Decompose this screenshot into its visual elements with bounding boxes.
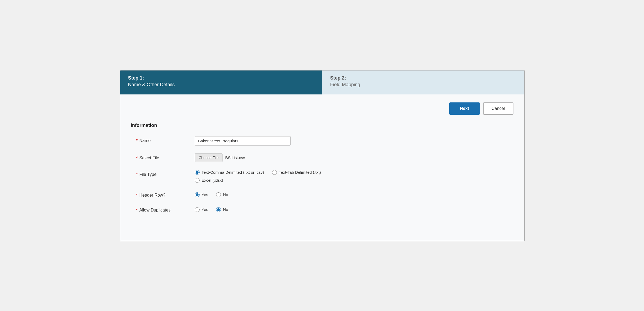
allow-duplicates-radio-yes[interactable] <box>195 207 200 212</box>
step-header: Step 1: Name & Other Details Step 2: Fie… <box>120 71 524 94</box>
name-required-star: * <box>136 138 138 143</box>
content-area: Next Cancel Information * Name * Select … <box>120 94 524 241</box>
step1-tab[interactable]: Step 1: Name & Other Details <box>120 71 322 94</box>
name-input[interactable] <box>195 136 291 146</box>
file-type-radio-tab[interactable] <box>272 170 277 175</box>
file-type-option-comma[interactable]: Text-Comma Delimited (.txt or .csv) <box>195 170 264 175</box>
header-row-radio-no[interactable] <box>216 192 221 197</box>
cancel-button[interactable]: Cancel <box>483 102 513 115</box>
allow-duplicates-radio-group: Yes No <box>195 206 228 212</box>
name-label: * Name <box>136 136 195 143</box>
allow-duplicates-control: Yes No <box>195 206 508 212</box>
file-type-row: * File Type Text-Comma Delimited (.txt o… <box>131 170 513 183</box>
select-file-control: Choose File BSIList.csv <box>195 154 508 162</box>
allow-duplicates-option-no[interactable]: No <box>216 207 228 212</box>
dialog-container: Step 1: Name & Other Details Step 2: Fie… <box>120 70 525 241</box>
name-control <box>195 136 508 146</box>
file-input-group: Choose File BSIList.csv <box>195 154 245 162</box>
header-row-row: * Header Row? Yes No <box>131 191 513 198</box>
allow-duplicates-required-star: * <box>136 208 138 213</box>
step2-number: Step 2: <box>330 75 516 81</box>
allow-duplicates-option-yes[interactable]: Yes <box>195 207 208 212</box>
step1-name: Name & Other Details <box>128 82 314 88</box>
select-file-label: * Select File <box>136 154 195 160</box>
select-file-required-star: * <box>136 156 138 160</box>
step2-name: Field Mapping <box>330 82 516 88</box>
select-file-row: * Select File Choose File BSIList.csv <box>131 154 513 162</box>
allow-duplicates-radio-no[interactable] <box>216 207 221 212</box>
choose-file-button[interactable]: Choose File <box>195 154 223 162</box>
file-type-option-tab[interactable]: Text-Tab Delimited (.txt) <box>272 170 321 175</box>
header-row-option-yes[interactable]: Yes <box>195 192 208 197</box>
file-type-required-star: * <box>136 172 138 177</box>
file-type-radio-group: Text-Comma Delimited (.txt or .csv) Text… <box>195 170 321 183</box>
file-name-display: BSIList.csv <box>225 155 245 160</box>
step1-number: Step 1: <box>128 75 314 81</box>
allow-duplicates-row: * Allow Duplicates Yes No <box>131 206 513 213</box>
toolbar: Next Cancel <box>131 102 513 115</box>
section-title: Information <box>131 123 513 128</box>
file-type-control: Text-Comma Delimited (.txt or .csv) Text… <box>195 170 508 183</box>
file-type-label: * File Type <box>136 170 195 177</box>
step2-tab[interactable]: Step 2: Field Mapping <box>322 71 524 94</box>
allow-duplicates-label: * Allow Duplicates <box>136 206 195 213</box>
header-row-required-star: * <box>136 193 138 198</box>
header-row-radio-group: Yes No <box>195 191 228 197</box>
file-type-radio-comma[interactable] <box>195 170 200 175</box>
header-row-option-no[interactable]: No <box>216 192 228 197</box>
header-row-radio-yes[interactable] <box>195 192 200 197</box>
file-type-radio-excel[interactable] <box>195 178 200 183</box>
header-row-label: * Header Row? <box>136 191 195 198</box>
next-button[interactable]: Next <box>449 102 480 115</box>
file-type-option-excel[interactable]: Excel (.xlsx) <box>195 178 264 183</box>
name-row: * Name <box>131 136 513 146</box>
header-row-control: Yes No <box>195 191 508 197</box>
